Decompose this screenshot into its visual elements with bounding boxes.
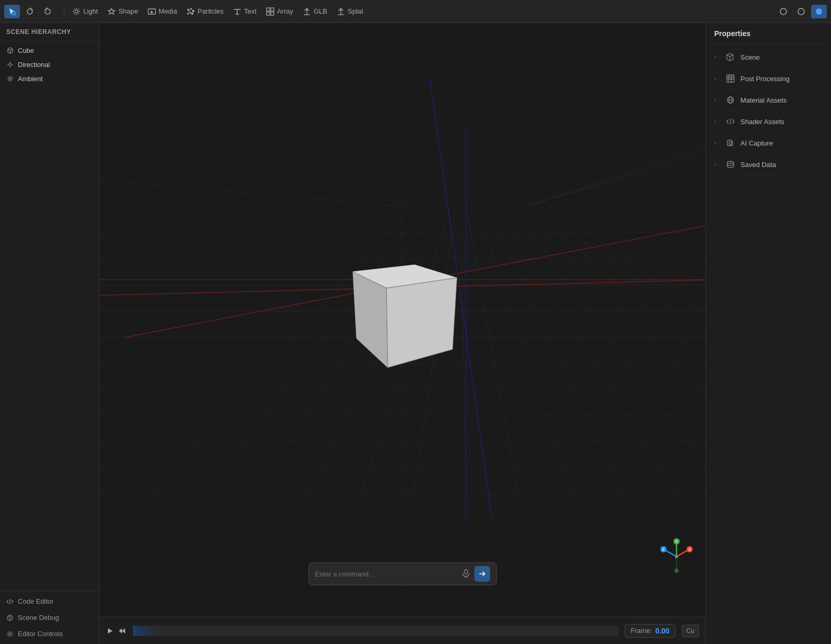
reset-button[interactable]	[40, 5, 56, 18]
prop-scene[interactable]: › Scene	[706, 47, 831, 68]
prop-saved-data[interactable]: › Saved Data	[706, 154, 831, 175]
send-button[interactable]	[474, 566, 490, 582]
sidebar-scene-debug[interactable]: Scene Debug	[0, 609, 99, 626]
timeline-end-button[interactable]: Cu	[682, 625, 699, 637]
scene-item-cube[interactable]: Cube	[0, 43, 99, 58]
svg-point-16	[192, 13, 193, 14]
shape-label: Shape	[118, 7, 138, 15]
prop-material-assets[interactable]: › Material Assets	[706, 90, 831, 111]
ambient-icon	[6, 75, 14, 83]
svg-text:Y: Y	[675, 540, 678, 543]
svg-line-40	[11, 80, 12, 81]
timeline-controls	[106, 627, 127, 635]
cube-eye-icon[interactable]	[77, 48, 83, 54]
scene-item-ambient[interactable]: Ambient	[0, 72, 99, 86]
glb-label: GLB	[314, 7, 327, 15]
splat-button[interactable]: Splat	[333, 5, 367, 18]
svg-point-2	[75, 10, 78, 13]
svg-point-0	[12, 12, 15, 15]
array-button[interactable]: Array	[262, 5, 297, 18]
editor-controls-label: Editor Controls	[18, 630, 63, 638]
material-label: Material Assets	[740, 96, 786, 104]
post-proc-label: Post Processing	[740, 75, 790, 83]
sidebar-code-editor[interactable]: Code Editor	[0, 593, 99, 609]
media-button[interactable]: Media	[144, 5, 181, 18]
prop-post-processing[interactable]: › Post Processing	[706, 68, 831, 90]
directional-delete-icon[interactable]	[86, 62, 93, 68]
cube-icon	[6, 47, 14, 54]
media-label: Media	[159, 7, 177, 15]
particles-button[interactable]: Particles	[183, 5, 227, 18]
active-circle-btn[interactable]	[811, 5, 827, 18]
ambient-eye-icon[interactable]	[77, 76, 83, 82]
light-button[interactable]: Light	[69, 5, 102, 18]
svg-rect-32	[69, 64, 73, 68]
ambient-delete-icon[interactable]	[86, 76, 93, 82]
rewind-button[interactable]	[118, 627, 127, 635]
svg-point-27	[9, 63, 12, 66]
sidebar-editor-controls[interactable]: Editor Controls	[0, 626, 99, 642]
svg-line-7	[74, 9, 75, 10]
svg-point-15	[190, 12, 191, 13]
cube-mesh	[368, 271, 434, 352]
sidebar-bottom: Code Editor Scene Debug Editor Controls	[0, 591, 99, 644]
svg-point-101	[675, 555, 678, 558]
saved-data-label: Saved Data	[740, 161, 776, 169]
saved-data-chevron: ›	[714, 161, 721, 168]
scene-item-directional[interactable]: Directional	[0, 58, 99, 72]
svg-rect-20	[267, 12, 270, 15]
svg-line-41	[11, 77, 12, 77]
directional-lock-icon[interactable]	[68, 62, 74, 68]
material-icon	[726, 95, 735, 105]
svg-rect-102	[464, 570, 468, 574]
text-button[interactable]: Text	[229, 5, 260, 18]
svg-line-39	[8, 77, 8, 77]
svg-rect-21	[271, 12, 274, 15]
toolbar-divider-1	[64, 5, 64, 18]
axis-gizmo: Y X Z	[658, 538, 695, 575]
shape-button[interactable]: Shape	[104, 5, 142, 18]
svg-line-8	[79, 13, 80, 14]
viewport[interactable]: Y X Z	[99, 23, 705, 644]
viewport-canvas[interactable]: Y X Z	[99, 23, 705, 617]
prop-shader-assets[interactable]: › Shader Assets	[706, 111, 831, 132]
svg-point-13	[191, 8, 192, 9]
directional-label: Directional	[18, 61, 63, 69]
svg-point-45	[7, 615, 13, 620]
cube-delete-icon[interactable]	[86, 48, 93, 54]
saved-data-icon	[726, 160, 735, 169]
svg-point-46	[10, 618, 10, 619]
svg-rect-103	[727, 75, 734, 82]
command-bar	[308, 562, 497, 585]
svg-point-14	[193, 10, 194, 12]
timeline-bar: Frame: 0.00 Cu	[99, 617, 705, 644]
mic-icon[interactable]	[462, 569, 470, 579]
ambient-lock-icon[interactable]	[68, 76, 74, 82]
shader-label: Shader Assets	[740, 118, 784, 126]
frame-display: Frame: 0.00	[625, 624, 675, 638]
svg-line-1	[15, 14, 16, 15]
light-label: Light	[83, 7, 98, 15]
circle-btn-1[interactable]	[775, 5, 791, 18]
select-tool-button[interactable]	[4, 5, 20, 18]
timeline-track[interactable]	[133, 626, 618, 636]
circle-btn-2[interactable]	[793, 5, 809, 18]
glb-button[interactable]: GLB	[299, 5, 331, 18]
svg-line-9	[79, 9, 80, 10]
directional-eye-icon[interactable]	[77, 62, 83, 68]
properties-title: Properties	[706, 23, 831, 45]
command-input[interactable]	[315, 570, 458, 578]
timeline-fill	[133, 626, 618, 636]
material-chevron: ›	[714, 96, 721, 104]
svg-line-10	[74, 13, 75, 14]
frame-value: 0.00	[655, 627, 669, 635]
refresh-button[interactable]	[22, 5, 38, 18]
main-area: Scene Hierarchy Cube	[0, 23, 831, 644]
right-sidebar: Properties › Scene ›	[705, 23, 831, 644]
play-button[interactable]	[106, 627, 114, 635]
particles-label: Particles	[197, 7, 224, 15]
prop-ai-capture[interactable]: › AI Capture	[706, 132, 831, 154]
scene-prop-icon	[726, 52, 735, 62]
svg-rect-18	[267, 8, 270, 11]
cube-lock-icon[interactable]	[68, 48, 74, 54]
